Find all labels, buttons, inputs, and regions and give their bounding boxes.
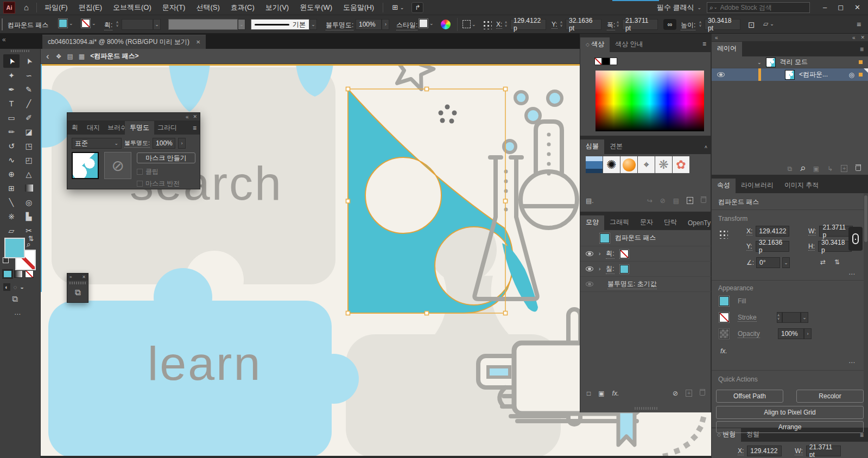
expand-panel-icon[interactable]: » (69, 275, 72, 279)
visibility-eye-icon[interactable] (586, 266, 593, 271)
w-label[interactable]: W: (808, 227, 816, 236)
menu-type[interactable]: 문자(T) (157, 0, 191, 15)
document-tab[interactable]: cb046013094.ai* @ 800% (RGB/GPU 미리 보기) ✕ (42, 35, 206, 49)
menu-select[interactable]: 선택(S) (191, 0, 225, 15)
stroke-weight-field[interactable] (122, 19, 153, 30)
fill-row[interactable]: › 칠: (580, 262, 712, 277)
menu-object[interactable]: 오브젝트(O) (107, 0, 157, 15)
constrain-proportions-icon[interactable] (848, 227, 863, 251)
black-swatch[interactable] (602, 58, 610, 65)
menu-view[interactable]: 보기(V) (260, 0, 294, 15)
layer-row-compound-path[interactable]: <컴파운... ◎ (712, 68, 868, 81)
fill-label[interactable]: Fill (738, 297, 746, 305)
panel-menu-icon[interactable]: ≡ (702, 40, 706, 48)
make-mask-button[interactable]: 마스크 만들기 (137, 152, 195, 163)
x-label[interactable]: X: (738, 447, 744, 455)
stroke-label[interactable]: Stroke (738, 314, 757, 322)
type-tool[interactable]: T (3, 97, 20, 110)
symbol-ink-splat[interactable]: ✺ (603, 156, 620, 173)
blend-tool[interactable]: ◎ (21, 195, 37, 209)
magic-wand-tool[interactable]: ✦ (3, 68, 20, 82)
collapse-panel-icon[interactable]: « (852, 35, 856, 41)
scrollbar-thumb[interactable] (864, 195, 867, 242)
chevron-down-icon[interactable]: ⌄ (757, 60, 762, 65)
color-spectrum[interactable] (595, 71, 704, 131)
menu-window[interactable]: 윈도우(W) (294, 0, 338, 15)
x-control[interactable]: ˄˅ 129.4122 p (505, 19, 546, 30)
collapse-dock-icon[interactable]: « (715, 35, 718, 41)
delete-layer-icon[interactable] (856, 164, 861, 173)
rotate-field[interactable]: 0° (756, 257, 780, 268)
stock-search-box[interactable]: ⌕ ⌄ (707, 2, 810, 13)
y-label[interactable]: Y: (552, 21, 557, 29)
visibility-eye-icon[interactable] (586, 282, 593, 287)
control-panel-menu-icon[interactable]: ≡ (857, 20, 861, 29)
tab-properties[interactable]: 속성 (712, 179, 736, 193)
flip-vertical-icon[interactable]: ⇅ (834, 258, 840, 266)
screen-mode-icon[interactable]: ⧉ (12, 294, 18, 304)
visibility-eye-icon[interactable] (717, 72, 725, 77)
align-to-pixel-grid-button[interactable]: Align to Pixel Grid (716, 406, 864, 419)
tab-color[interactable]: ◇ 색상 (580, 37, 610, 52)
symbol-spiro-ring[interactable]: ❋ (655, 156, 672, 173)
step-down-icon[interactable]: ˅ (116, 24, 122, 28)
pen-tool[interactable]: ✒ (3, 82, 20, 96)
tab-libraries[interactable]: 라이브러리 (736, 179, 779, 193)
close-panel-icon[interactable]: ✕ (193, 114, 197, 119)
free-transform-tool[interactable]: ◰ (21, 153, 37, 167)
menu-edit[interactable]: 편집(E) (73, 0, 107, 15)
mesh-tool[interactable]: ⊞ (3, 181, 20, 195)
delete-symbol-icon[interactable] (701, 196, 706, 205)
tab-character[interactable]: 문자 (635, 215, 658, 230)
more-appearance-options[interactable]: ⋯ (848, 359, 855, 366)
lasso-tool[interactable]: ∽ (21, 68, 37, 82)
stroke-weight-dropdown[interactable]: ⌄ (153, 19, 161, 30)
recolor-artwork-icon[interactable] (441, 20, 451, 29)
effects-fx-icon[interactable]: fx. (720, 347, 727, 355)
place-symbol-icon[interactable]: ↪ (647, 197, 652, 205)
workspace-selector[interactable]: 필수 클래식 ⌄ (657, 3, 701, 12)
fill-row-label[interactable]: 칠: (606, 264, 614, 274)
stock-search-input[interactable] (719, 3, 795, 12)
symbol-sprayer-tool[interactable]: ※ (3, 209, 20, 223)
brush-dropdown[interactable]: ⌄ (238, 19, 245, 30)
stroke-color-control[interactable]: ⌄ (81, 19, 96, 28)
mask-thumbnail-empty[interactable]: ⊘ (104, 152, 131, 179)
arrange-button[interactable]: Arrange (716, 421, 864, 433)
panel-menu-icon[interactable]: ≡ (193, 124, 197, 132)
style-label[interactable]: 스타일: (396, 21, 417, 30)
fill-teal-swatch[interactable] (620, 265, 629, 273)
x-field[interactable]: 129.4122 (747, 446, 782, 456)
close-panel-icon[interactable]: ✕ (82, 275, 86, 279)
opacity-label[interactable]: 불투명도: (326, 21, 353, 30)
pathfinder-panel-icon[interactable]: ⧉ (67, 288, 88, 297)
more-transform-options[interactable]: ⋯ (848, 270, 855, 278)
rectangle-tool[interactable]: ▭ (3, 111, 20, 124)
rotate-tool[interactable]: ↺ (3, 139, 20, 152)
stroke-weight-field[interactable] (782, 312, 801, 323)
panel-menu-icon[interactable]: ≡ (860, 46, 864, 53)
shaper-tool[interactable]: ✏ (3, 125, 20, 138)
flip-horizontal-icon[interactable]: ⇄ (820, 258, 826, 266)
perspective-grid-tool[interactable]: △ (21, 167, 37, 181)
clear-appearance-icon[interactable]: ⊘ (673, 390, 678, 397)
tab-layers[interactable]: 레이어 (712, 42, 742, 56)
opacity-stepper-button[interactable]: › (178, 138, 186, 149)
height-field[interactable]: 30.3418 pt (705, 19, 740, 30)
object-thumbnail[interactable] (72, 152, 99, 179)
learn-word[interactable]: learn (148, 336, 262, 390)
swap-fill-stroke-icon[interactable]: ⇄ (27, 236, 35, 241)
app-logo-icon[interactable]: Ai (3, 2, 15, 14)
shear-control[interactable]: ▱⌄ (763, 20, 774, 28)
tab-image-trace[interactable]: 이미지 추적 (779, 179, 824, 193)
y-field[interactable]: 32.1636 p (756, 241, 789, 252)
blend-mode-select[interactable]: 표준⌄ (72, 138, 122, 149)
close-tab-icon[interactable]: ✕ (196, 39, 200, 45)
opacity-panel-button[interactable]: › (804, 328, 812, 339)
curvature-tool[interactable]: ✎ (21, 82, 37, 96)
add-new-stroke-icon[interactable]: □ (587, 390, 591, 397)
y-label[interactable]: Y: (746, 243, 752, 251)
height-control[interactable]: ˄˅ 30.3418 pt (699, 19, 740, 30)
opacity-swatch[interactable] (719, 329, 729, 339)
symbol-sky[interactable] (586, 156, 603, 173)
